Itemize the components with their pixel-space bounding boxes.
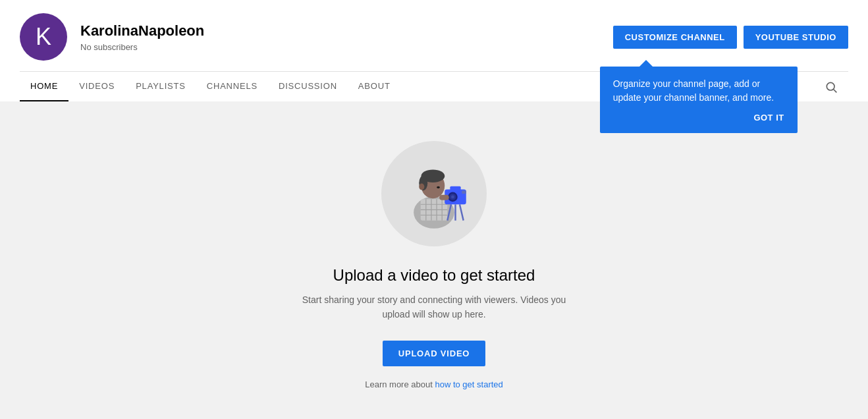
svg-point-18 [451,195,454,198]
channel-info-row: K KarolinaNapoleon No subscribers CUSTOM… [20,13,848,71]
svg-line-1 [834,89,837,92]
upload-illustration [381,141,487,246]
svg-point-25 [419,184,424,190]
svg-point-24 [437,186,440,188]
upload-subtitle: Start sharing your story and connecting … [296,293,572,322]
channel-meta: KarolinaNapoleon No subscribers [80,22,204,52]
channel-info-left: K KarolinaNapoleon No subscribers [20,13,204,61]
tooltip: Organize your channel page, add or updat… [600,60,798,133]
channel-name: KarolinaNapoleon [80,22,204,40]
customize-channel-button[interactable]: CUSTOMIZE CHANNEL [613,26,737,49]
tab-about[interactable]: ABOUT [348,72,401,101]
upload-video-button[interactable]: UPLOAD VIDEO [383,341,486,366]
tab-videos[interactable]: VIDEOS [68,72,125,101]
got-it-button[interactable]: GOT IT [753,113,784,123]
youtube-studio-button[interactable]: YOUTUBE STUDIO [744,26,848,49]
tooltip-arrow [639,60,653,67]
tooltip-box: Organize your channel page, add or updat… [600,67,798,133]
tooltip-got-it: GOT IT [613,113,784,123]
tab-channels[interactable]: CHANNELS [196,72,268,101]
tab-playlists[interactable]: PLAYLISTS [125,72,196,101]
header-buttons: CUSTOMIZE CHANNEL YOUTUBE STUDIO Organiz… [613,26,848,49]
channel-subscribers: No subscribers [80,42,204,52]
learn-more-text: Learn more about how to get started [365,379,503,389]
svg-line-22 [460,204,464,220]
search-icon[interactable] [814,74,848,100]
svg-rect-20 [439,195,449,200]
tab-discussion[interactable]: DISCUSSION [268,72,348,101]
svg-point-0 [827,82,834,90]
svg-rect-19 [462,190,466,194]
svg-rect-15 [450,186,460,192]
illustration-svg [391,151,477,237]
how-to-get-started-link[interactable]: how to get started [435,379,502,389]
avatar: K [20,13,67,61]
tooltip-message: Organize your channel page, add or updat… [613,78,774,103]
upload-title: Upload a video to get started [333,266,535,285]
main-content: Upload a video to get started Start shar… [0,101,868,419]
tab-home[interactable]: HOME [20,72,68,101]
channel-header: K KarolinaNapoleon No subscribers CUSTOM… [0,0,868,101]
